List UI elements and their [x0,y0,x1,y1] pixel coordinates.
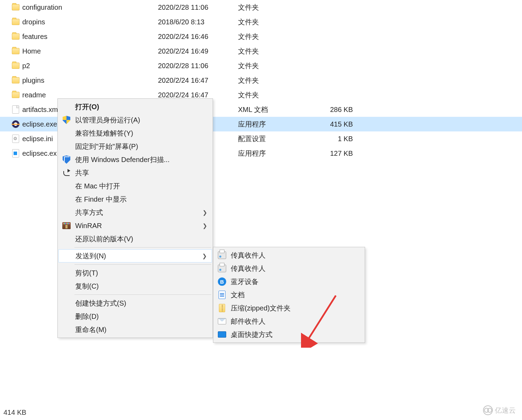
file-type: 文件夹 [238,3,318,12]
sendto-fax-recipient[interactable]: 传真收件人 [214,262,364,275]
menu-copy[interactable]: 复制(C) [58,280,212,293]
mail-icon [217,317,227,326]
sendto-mail-recipient[interactable]: 邮件收件人 [214,315,364,328]
fax-icon [217,264,227,273]
menu-separator [74,264,211,265]
folder-icon [10,77,21,83]
file-type: 配置设置 [238,134,318,144]
file-size: 415 KB [318,120,353,128]
folder-icon [10,48,21,54]
menu-restore-previous[interactable]: 还原以前的版本(V) [58,232,212,245]
menu-create-shortcut[interactable]: 创建快捷方式(S) [58,297,212,310]
shield-icon [62,115,71,124]
menu-run-as-admin[interactable]: 以管理员身份运行(A) [58,113,212,127]
table-row[interactable]: plugins 2020/2/24 16:47 文件夹 [0,73,522,88]
file-size: 286 KB [318,106,353,114]
menu-rename[interactable]: 重命名(M) [58,323,212,336]
file-name: features [21,33,158,41]
table-row[interactable]: p2 2020/2/28 11:06 文件夹 [0,58,522,73]
context-menu: 打开(O) 以管理员身份运行(A) 兼容性疑难解答(Y) 固定到"开始"屏幕(P… [57,98,213,338]
zip-icon [217,304,227,313]
menu-send-to[interactable]: 发送到(N) ❯ [58,249,212,262]
menu-cut[interactable]: 剪切(T) [58,266,212,280]
file-type: 文件夹 [238,17,318,27]
menu-pin-to-start[interactable]: 固定到"开始"屏幕(P) [58,140,212,153]
file-name: configuration [21,3,158,11]
file-type: 文件夹 [238,90,318,100]
menu-separator [74,247,211,248]
sendto-documents[interactable]: 文档 [214,288,364,301]
menu-share[interactable]: 共享 [58,166,212,179]
menu-show-in-finder[interactable]: 在 Finder 中显示 [58,193,212,206]
chevron-right-icon: ❯ [203,209,207,216]
folder-icon [10,63,21,69]
file-date: 2020/2/24 16:49 [158,47,238,55]
sendto-fax-recipient[interactable]: 传真收件人 [214,249,364,262]
share-icon [62,168,71,177]
file-name: readme [21,91,158,99]
menu-delete[interactable]: 删除(D) [58,310,212,323]
ini-icon [10,135,21,143]
winrar-icon [62,221,71,230]
watermark-text: 亿速云 [495,406,516,415]
menu-open[interactable]: 打开(O) [58,100,212,113]
file-icon [10,105,21,114]
fax-icon [217,251,227,260]
watermark: 亿速云 [483,405,516,415]
file-type: 文件夹 [238,76,318,85]
file-type: 文件夹 [238,61,318,71]
file-name: p2 [21,62,158,70]
sendto-desktop-shortcut[interactable]: 桌面快捷方式 [214,328,364,341]
file-size: 1 KB [318,135,353,143]
file-size: 127 KB [318,150,353,158]
file-type: 应用程序 [238,120,318,129]
file-date: 2020/2/24 16:47 [158,91,238,99]
file-date: 2020/2/24 16:47 [158,76,238,84]
send-to-submenu: 传真收件人 传真收件人 B 蓝牙设备 文档 压缩(zipped)文件夹 邮件收件… [213,247,365,343]
folder-icon [10,92,21,98]
defender-shield-icon [62,155,71,164]
file-type: 应用程序 [238,149,318,158]
menu-open-in-mac[interactable]: 在 Mac 中打开 [58,179,212,193]
file-date: 2020/2/28 11:06 [158,3,238,11]
status-size: 414 KB [3,409,26,416]
table-row[interactable]: features 2020/2/24 16:46 文件夹 [0,29,522,44]
desktop-icon [217,330,227,339]
menu-winrar[interactable]: WinRAR ❯ [58,219,212,232]
file-type: 文件夹 [238,47,318,56]
menu-share-method[interactable]: 共享方式 ❯ [58,206,212,219]
file-type: XML 文档 [238,105,318,114]
eclipse-icon [10,120,21,128]
chevron-right-icon: ❯ [202,253,207,259]
file-name: dropins [21,18,158,26]
watermark-logo-icon [483,405,493,415]
table-row[interactable]: dropins 2018/6/20 8:13 文件夹 [0,15,522,29]
file-date: 2020/2/24 16:46 [158,33,238,41]
folder-icon [10,33,21,40]
folder-icon [10,4,21,10]
sendto-bluetooth[interactable]: B 蓝牙设备 [214,275,364,288]
exe-icon [10,149,21,158]
file-date: 2018/6/20 8:13 [158,18,238,26]
bluetooth-icon: B [217,277,227,286]
sendto-zipped-folder[interactable]: 压缩(zipped)文件夹 [214,301,364,315]
table-row[interactable]: Home 2020/2/24 16:49 文件夹 [0,44,522,58]
file-name: plugins [21,76,158,84]
chevron-right-icon: ❯ [203,223,207,229]
menu-separator [74,294,211,295]
document-icon [217,290,227,299]
file-type: 文件夹 [238,32,318,41]
folder-icon [10,19,21,25]
file-name: Home [21,47,158,55]
menu-defender-scan[interactable]: 使用 Windows Defender扫描... [58,153,212,166]
status-bar: 414 KB [3,409,26,417]
menu-compat-troubleshoot[interactable]: 兼容性疑难解答(Y) [58,127,212,140]
table-row[interactable]: configuration 2020/2/28 11:06 文件夹 [0,0,522,15]
file-date: 2020/2/28 11:06 [158,62,238,70]
